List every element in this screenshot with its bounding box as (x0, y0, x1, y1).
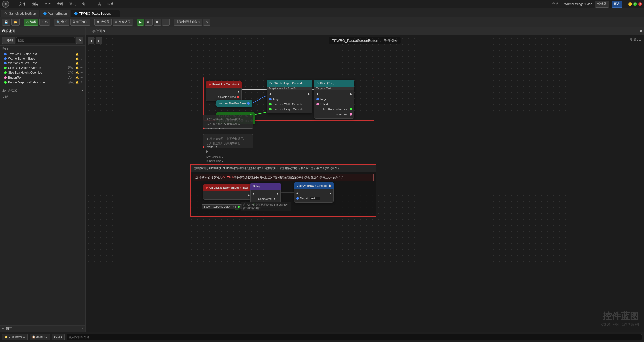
compile-button[interactable]: ⚙ 编译 (24, 19, 38, 26)
maximize-button[interactable]: □ (633, 2, 637, 6)
settings-icon-button[interactable]: ⚙ (76, 37, 83, 44)
exec-out-icon (238, 91, 239, 93)
pin-exec (251, 191, 280, 196)
section-event-dispatcher[interactable]: 事件发送器 + (0, 87, 85, 94)
output-log-button[interactable]: 📋 输出日志 (30, 334, 50, 340)
var-dot-textblock (4, 53, 7, 55)
class-settings-button[interactable]: ⚙ 类设置 (94, 19, 112, 26)
event-panel-close-icon[interactable]: × (640, 29, 642, 33)
var-bell-icon7[interactable]: 🔔 (75, 81, 79, 84)
breadcrumb: TPWBO_PauseScreenButton › 事件图表 (329, 37, 400, 44)
var-expand-icon[interactable]: ⌄ (80, 52, 83, 56)
menu-asset[interactable]: 资产 (43, 1, 52, 7)
class-defaults-button[interactable]: ✏ 类默认值 (113, 19, 133, 26)
play-button[interactable]: ▶ (137, 19, 144, 26)
cmd-button[interactable]: Cmd ▾ (52, 334, 65, 340)
nav-back-button[interactable]: ◄ (88, 37, 94, 44)
content-browser-button[interactable]: 📁 内容侧滑菜单 (2, 334, 28, 340)
node-warrior-sizebox[interactable]: Warrior Size Box Base (216, 100, 252, 107)
compare-button[interactable]: 对比 (39, 19, 50, 26)
stop-button[interactable]: ⏹ (154, 19, 161, 26)
graph-view-button[interactable]: 图表 (612, 1, 622, 8)
parent-value: Warrior Widget Base (564, 2, 592, 6)
node-call-on-button-clicked[interactable]: Call On Button Clicked 📋 Target self (294, 182, 334, 203)
node-details-icon[interactable]: 📋 (328, 184, 331, 187)
watermark: 控件蓝图 CSDN @[小瓜偷学编程] (601, 310, 639, 327)
node-title: SetText (Text) (317, 82, 334, 85)
menu-window[interactable]: 窗口 (81, 1, 90, 7)
menu-help[interactable]: 帮助 (106, 1, 115, 7)
menu-view[interactable]: 查看 (56, 1, 64, 7)
node-set-width-height[interactable]: Set Width Height Override Target is Warr… (267, 80, 312, 113)
var-buttontext[interactable]: ButtonText 文本 🔔 👁 (0, 75, 85, 80)
debug-target-button[interactable]: 未选中调试对象 ▾ (174, 19, 202, 26)
var-bell-icon6[interactable]: 🔔 (75, 76, 79, 79)
node-event-tick-label[interactable]: ◆ Event Tick (203, 145, 218, 148)
debug-extras-button[interactable]: ⚙ (203, 19, 210, 26)
pin-exec-in (314, 92, 354, 97)
node-subtitle: Target is Warrior Size Box (267, 87, 312, 90)
var-expand-icon2[interactable]: ⌄ (80, 57, 83, 60)
var-bell-icon2[interactable]: 🔔 (75, 57, 79, 60)
design-view-button[interactable]: 设计器 (595, 1, 609, 8)
close-button[interactable]: × (638, 2, 642, 6)
add-dispatcher-icon[interactable]: + (82, 89, 83, 92)
console-input[interactable] (67, 334, 642, 340)
var-eye-icon4[interactable]: 👁 (80, 81, 83, 84)
blueprint-canvas-area[interactable]: ⬡ 事件图表 × ◄ ► TPWBO_PauseScreenButton › 事… (86, 27, 644, 332)
menu-edit[interactable]: 编辑 (31, 1, 39, 7)
exec-out-icon (308, 93, 310, 95)
panel-close-icon[interactable]: × (81, 29, 83, 33)
hide-unrelated-button[interactable]: 隐藏不相关 (70, 19, 90, 26)
var-bell-icon[interactable]: 🔔 (75, 52, 79, 56)
var-eye-icon[interactable]: 👁 (80, 66, 83, 70)
tab-bar: 🗺 GameModeTestMap 🔷 WarriorButton 🔷 TPWB… (0, 8, 644, 17)
var-buttonresponsedelaytime[interactable]: ButtonResponseDelayTime 浮点 🔔 👁 (0, 80, 85, 85)
detail-close-icon[interactable]: × (81, 327, 83, 331)
tab-label: TPWBO_PauseScreen... (79, 12, 113, 15)
tab-close-icon[interactable]: × (115, 12, 117, 15)
minimize-button[interactable]: ─ (628, 2, 632, 6)
find-button[interactable]: 🔍 查找 (54, 19, 69, 26)
var-dot-sizebox (4, 62, 7, 64)
tab-label: GameModeTestMap (9, 12, 36, 15)
var-textblock-buttontext[interactable]: TextBlock_ButtonText 🔔 ⌄ (0, 52, 85, 56)
var-sizeboxwidth-override[interactable]: Size Box Width Override 浮点 🔔 👁 (0, 65, 85, 70)
section-navigation[interactable]: 导航 (0, 46, 85, 52)
blueprint-canvas[interactable]: ◄ ► TPWBO_PauseScreenButton › 事件图表 放缩：1 (86, 35, 644, 332)
node-set-text[interactable]: SetText (Text) Target is Text Target (314, 80, 354, 119)
more-options-button[interactable]: ⋯ (162, 19, 170, 26)
var-sizeboxheight-override[interactable]: Size Box Height Override 浮点 🔔 👁 (0, 70, 85, 75)
node-header: ◆ On Clicked (WarriorButton_Base) (203, 184, 252, 191)
node-event-pre-construct[interactable]: ◆ Event Pre Construct Is Design Time (206, 81, 242, 101)
tab-gamemodetest[interactable]: 🗺 GameModeTestMap (1, 10, 39, 17)
tab-tpwbo[interactable]: 🔷 TPWBO_PauseScreen... × (71, 10, 120, 17)
var-bell-icon5[interactable]: 🔔 (75, 71, 79, 74)
var-eye-icon3[interactable]: 👁 (80, 76, 83, 79)
var-dot-width (4, 67, 7, 69)
var-dot-height (4, 71, 7, 74)
breadcrumb-separator: › (380, 39, 382, 43)
nav-forward-button[interactable]: ► (96, 37, 102, 44)
var-expand-icon3[interactable]: ⌄ (80, 61, 83, 65)
var-warriorsizebox-base[interactable]: WarriorSizeBox_Base 🔔 ⌄ (0, 61, 85, 65)
search-input[interactable] (16, 37, 75, 43)
menu-file[interactable]: 文件 (18, 1, 27, 7)
menu-tools[interactable]: 工具 (94, 1, 102, 7)
add-button[interactable]: + 添加 (2, 37, 15, 44)
node-button-response-delay[interactable]: Button Response Delay Time (202, 204, 242, 209)
browse-button[interactable]: 📂 (11, 19, 20, 26)
node-on-clicked[interactable]: ◆ On Clicked (WarriorButton_Base) (203, 184, 252, 200)
var-bell-icon4[interactable]: 🔔 (75, 66, 79, 70)
var-bell-icon3[interactable]: 🔔 (75, 61, 79, 65)
save-button[interactable]: 💾 (2, 19, 10, 26)
node-event-construct-label[interactable]: ◆ Event Construct (203, 127, 225, 130)
section-functions[interactable]: 功能 (0, 94, 85, 100)
var-eye-icon2[interactable]: 👁 (80, 71, 83, 74)
var-warriorbutton-base[interactable]: WarriorButton_Base 🔔 ⌄ (0, 56, 85, 61)
step-button[interactable]: ⏭ (145, 19, 153, 26)
event-tick-exec-out (206, 150, 208, 154)
main-layout: 我的蓝图 × + 添加 ⚙ 导航 TextBlock_ButtonText 🔔 … (0, 27, 644, 332)
menu-debug[interactable]: 调试 (68, 1, 77, 7)
tab-warriorbutton[interactable]: 🔷 WarriorButton (40, 10, 70, 17)
